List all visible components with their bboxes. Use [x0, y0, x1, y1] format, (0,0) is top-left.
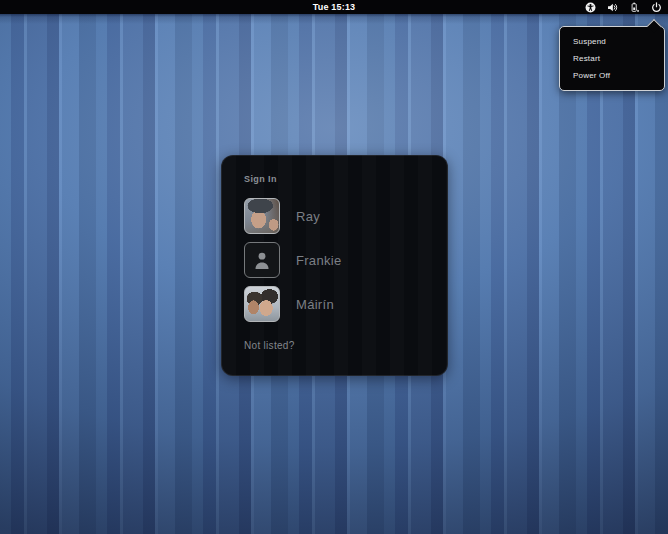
user-avatar-generic-person	[244, 242, 280, 278]
menu-item-power-off[interactable]: Power Off	[560, 67, 664, 84]
top-bar: Tue 15:13	[0, 0, 668, 14]
user-name-label: Ray	[296, 209, 320, 224]
sign-in-dialog: Sign In Ray Frankie Máirín Not listed?	[221, 155, 448, 376]
power-menu-popup: Suspend Restart Power Off	[559, 26, 665, 91]
user-row-ray[interactable]: Ray	[244, 198, 425, 234]
user-avatar-ray	[244, 198, 280, 234]
user-name-label: Máirín	[296, 297, 334, 312]
status-icon-area	[585, 0, 662, 14]
power-icon[interactable]	[651, 2, 662, 13]
not-listed-link[interactable]: Not listed?	[244, 340, 425, 351]
user-name-label: Frankie	[296, 253, 341, 268]
sign-in-title: Sign In	[244, 174, 425, 184]
user-avatar-mairin	[244, 286, 280, 322]
accessibility-icon[interactable]	[585, 2, 596, 13]
volume-icon[interactable]	[607, 2, 618, 13]
user-row-mairin[interactable]: Máirín	[244, 286, 425, 322]
user-row-frankie[interactable]: Frankie	[244, 242, 425, 278]
menu-item-suspend[interactable]: Suspend	[560, 33, 664, 50]
person-silhouette-icon	[250, 248, 274, 272]
battery-icon[interactable]	[629, 2, 640, 13]
menu-item-restart[interactable]: Restart	[560, 50, 664, 67]
clock-button[interactable]: Tue 15:13	[0, 0, 668, 14]
